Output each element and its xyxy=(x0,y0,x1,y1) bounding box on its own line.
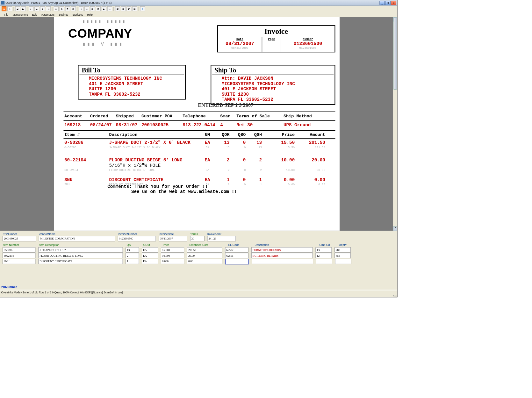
menu-settings[interactable]: Settings xyxy=(57,13,70,17)
grid-row xyxy=(3,253,395,258)
bill-to-line: MICROSYSTEMS TECHNOLOGY INC xyxy=(82,76,182,81)
cut-icon[interactable]: ✂ xyxy=(54,6,59,11)
app-window: OCR for AnyDoc® - Pass 1 - 005 AnyApp GL… xyxy=(0,0,397,297)
menu-management[interactable]: Management xyxy=(11,13,30,17)
close-button[interactable]: ✕ xyxy=(391,1,396,5)
gldesc-input[interactable] xyxy=(251,247,313,252)
qty-input[interactable] xyxy=(126,247,139,252)
account-header-row: Account Ordered Shipped Customer PO# Tel… xyxy=(63,112,335,121)
scroll-down-icon[interactable]: ▼ xyxy=(393,226,397,231)
tool-icon[interactable]: ☼ xyxy=(84,6,89,11)
price-input[interactable] xyxy=(161,247,184,252)
toolbar-sep xyxy=(52,7,53,11)
resize-grip[interactable] xyxy=(0,295,397,297)
data-entry-panel: PONumber VendorName InvoiceNumber Invoic… xyxy=(0,231,397,290)
ponumber-input[interactable] xyxy=(3,236,36,241)
tool-icon[interactable]: ◆ xyxy=(102,6,106,11)
itemdesc-input[interactable] xyxy=(38,253,123,258)
tool-icon[interactable]: ◨ xyxy=(121,6,126,11)
vertical-scrollbar[interactable]: ▲ ▼ xyxy=(393,17,397,231)
ponumber-label: PONumber xyxy=(3,232,36,236)
focus-field-label: PONumber xyxy=(1,285,17,289)
list-icon[interactable]: ≣ xyxy=(65,6,70,11)
itemnumber-label: Item Number xyxy=(3,243,36,247)
gldesc-label: Description xyxy=(255,243,316,247)
toolbar-sep xyxy=(27,7,27,11)
invoiceamt-label: InvoiceAmt xyxy=(207,232,236,236)
ship-to-line: MICROSYSTEMS TECHNOLOGY INC xyxy=(214,81,331,86)
uom-input[interactable] xyxy=(142,259,158,264)
toolbar-sep xyxy=(14,7,14,11)
prev-icon[interactable]: ◀ xyxy=(15,6,20,11)
invoice-header-box: Invoice Date 08/31/2007 08/31/2007 Page xyxy=(217,25,335,52)
menu-help[interactable]: Help xyxy=(85,13,95,17)
tool-icon[interactable]: ⇦ xyxy=(107,6,112,11)
last-icon[interactable]: ⇥ xyxy=(46,6,51,11)
doc-icon[interactable]: 🗎 xyxy=(60,6,64,11)
dept-input[interactable] xyxy=(334,253,351,258)
menu-edit[interactable]: Edit xyxy=(30,13,39,17)
glcode-input[interactable] xyxy=(225,253,248,258)
page-label: Page xyxy=(262,38,281,41)
tool-icon[interactable]: ◪ xyxy=(132,6,137,11)
invoice-comments: Comments: Thank You for your Order !! Se… xyxy=(107,184,237,195)
itemnumber-input[interactable] xyxy=(3,253,35,258)
cmpcd-input[interactable] xyxy=(316,247,332,252)
bill-to-box: Bill To MICROSYSTEMS TECHNOLOGY INC 401 … xyxy=(78,65,186,100)
dept-input[interactable] xyxy=(335,259,351,264)
tool-icon[interactable]: ◩ xyxy=(126,6,131,11)
ship-to-line: 401 E JACKSON STREET xyxy=(214,86,331,92)
tool-icon[interactable]: 🗎 xyxy=(96,6,101,11)
next-icon[interactable]: ▶ xyxy=(21,6,26,11)
itemnumber-input[interactable] xyxy=(3,259,35,264)
toolbar-button-2[interactable]: ⎌ xyxy=(7,6,12,11)
minimize-button[interactable]: _ xyxy=(379,1,385,5)
gldesc-input[interactable] xyxy=(251,253,313,258)
first-icon[interactable]: ⇤ xyxy=(29,6,33,11)
invoicenumber-input[interactable] xyxy=(118,236,156,241)
cmpcd-input[interactable] xyxy=(316,259,332,264)
cmpcd-input[interactable] xyxy=(316,253,332,258)
bill-to-header: Bill To xyxy=(79,66,184,75)
invoicedate-input[interactable] xyxy=(159,236,187,241)
help-icon[interactable]: ? xyxy=(140,6,145,11)
tool-icon[interactable]: ✦ xyxy=(79,6,83,11)
itemdesc-input[interactable] xyxy=(38,259,123,264)
gldesc-input[interactable] xyxy=(252,259,313,264)
itemdesc-input[interactable] xyxy=(38,247,123,252)
tool-icon[interactable]: ◧ xyxy=(115,6,120,11)
glcode-input[interactable] xyxy=(225,259,249,264)
terms-label: Terms xyxy=(190,232,205,236)
scroll-thumb[interactable] xyxy=(393,18,397,90)
uom-input[interactable] xyxy=(142,253,158,258)
extcost-input[interactable] xyxy=(187,259,222,264)
terms-input[interactable] xyxy=(190,236,205,241)
menu-parameters[interactable]: Parameters xyxy=(39,13,56,17)
smudge-text: ▮▮▮▮▮ ▮▮▮▮▮ xyxy=(83,18,126,24)
smudge-text: ▮▮▮ V ▮▮▮ xyxy=(83,41,124,47)
menu-statistics[interactable]: Statistics xyxy=(71,13,85,17)
price-input[interactable] xyxy=(161,259,184,264)
extcost-input[interactable] xyxy=(187,247,222,252)
up-icon[interactable]: ▲ xyxy=(34,6,39,11)
vendorname-input[interactable] xyxy=(39,236,115,241)
ship-to-box: Ship To Attn: DAVID JACKSON MICROSYSTEMS… xyxy=(211,65,335,105)
maximize-button[interactable]: ❐ xyxy=(385,1,390,5)
extcost-input[interactable] xyxy=(187,253,222,258)
tool-icon[interactable]: ▦ xyxy=(90,6,95,11)
price-input[interactable] xyxy=(161,253,184,258)
itemnumber-input[interactable] xyxy=(3,247,35,252)
uom-input[interactable] xyxy=(142,247,158,252)
menu-file[interactable]: File xyxy=(2,13,10,17)
glcode-input[interactable] xyxy=(225,247,248,252)
dept-label: Dept# xyxy=(339,243,356,247)
dept-input[interactable] xyxy=(334,247,351,252)
down-icon[interactable]: ▼ xyxy=(40,6,45,11)
work-area: ▮▮▮▮▮ ▮▮▮▮▮ COMPANY ▮▮▮ V ▮▮▮ Invoice Da… xyxy=(0,17,397,290)
qty-input[interactable] xyxy=(126,253,139,258)
invoiceamt-input[interactable] xyxy=(207,236,236,241)
qty-label: Qty xyxy=(126,243,140,247)
qty-input[interactable] xyxy=(126,259,139,264)
grid-icon[interactable]: ▤ xyxy=(71,6,76,11)
toolbar-button-1[interactable]: ■ xyxy=(2,6,6,11)
